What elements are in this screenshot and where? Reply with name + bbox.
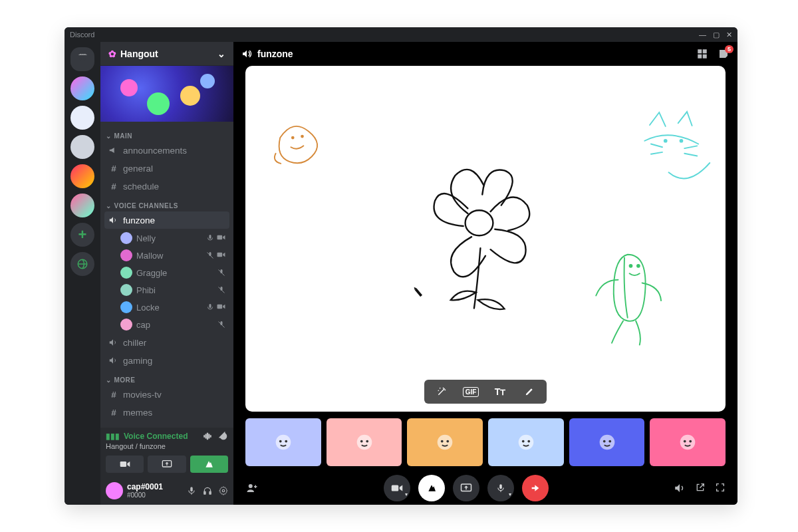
participant-tile[interactable] bbox=[245, 418, 321, 466]
server-header[interactable]: ✿ Hangout ⌄ bbox=[100, 42, 233, 66]
disconnect-icon[interactable] bbox=[219, 432, 228, 441]
invite-icon[interactable] bbox=[245, 482, 259, 494]
mic-toggle[interactable]: ▾ bbox=[487, 475, 514, 501]
inbox-icon[interactable]: 5 bbox=[718, 48, 730, 60]
text-tool-button[interactable]: Tᴛ bbox=[485, 381, 515, 402]
camera-toggle[interactable]: ▾ bbox=[384, 475, 410, 501]
screen-share-button[interactable] bbox=[148, 456, 186, 473]
svg-rect-15 bbox=[209, 434, 209, 438]
user-avatar[interactable] bbox=[106, 482, 123, 499]
noise-suppression-icon[interactable] bbox=[203, 432, 212, 441]
svg-point-40 bbox=[366, 440, 368, 443]
svg-rect-25 bbox=[698, 55, 702, 59]
svg-point-45 bbox=[522, 440, 525, 443]
hash-icon: # bbox=[108, 408, 119, 418]
channel-memes[interactable]: #memes bbox=[104, 404, 229, 421]
volume-icon[interactable] bbox=[674, 482, 686, 494]
participant-tile[interactable] bbox=[569, 418, 645, 466]
svg-point-49 bbox=[608, 440, 611, 443]
svg-rect-17 bbox=[120, 462, 126, 467]
voice-user[interactable]: Nelly bbox=[104, 229, 229, 247]
svg-rect-21 bbox=[209, 491, 211, 494]
server-icon[interactable] bbox=[70, 76, 94, 100]
category-header[interactable]: ⌄VOICE CHANNELS bbox=[100, 196, 233, 211]
mic-icon[interactable] bbox=[187, 486, 196, 495]
svg-point-31 bbox=[630, 265, 632, 267]
speaker-icon bbox=[108, 338, 119, 347]
channel-gaming[interactable]: gaming bbox=[104, 352, 229, 369]
window-controls: — ▢ ✕ bbox=[699, 31, 732, 39]
server-icon[interactable] bbox=[70, 164, 94, 188]
voice-user[interactable]: Mallow bbox=[104, 247, 229, 264]
voice-user[interactable]: Graggle bbox=[104, 264, 229, 281]
camera-button[interactable] bbox=[106, 456, 144, 473]
svg-point-47 bbox=[599, 435, 614, 450]
svg-point-37 bbox=[285, 440, 287, 443]
headphones-icon[interactable] bbox=[203, 486, 212, 495]
channel-chiller[interactable]: chiller bbox=[104, 334, 229, 351]
voice-connected-label: ▮▮▮ Voice Connected bbox=[106, 432, 188, 441]
svg-rect-12 bbox=[204, 436, 205, 437]
voice-user[interactable]: Phibi bbox=[104, 281, 229, 299]
server-icon[interactable] bbox=[70, 135, 94, 159]
channel-funzone[interactable]: funzone bbox=[104, 211, 229, 229]
server-icon[interactable] bbox=[70, 47, 94, 71]
drawing-canvas[interactable]: GIF Tᴛ bbox=[245, 66, 726, 412]
server-icon[interactable] bbox=[70, 106, 94, 130]
grid-view-icon[interactable] bbox=[696, 48, 708, 60]
svg-point-38 bbox=[356, 435, 372, 450]
popout-icon[interactable] bbox=[695, 482, 706, 494]
voice-user[interactable]: cap bbox=[104, 316, 229, 333]
svg-rect-16 bbox=[210, 436, 211, 437]
explore-server-button[interactable] bbox=[70, 252, 94, 276]
svg-point-0 bbox=[80, 59, 82, 61]
svg-point-36 bbox=[279, 440, 282, 443]
magic-wand-button[interactable] bbox=[427, 381, 456, 402]
gif-button[interactable]: GIF bbox=[456, 381, 485, 402]
svg-point-28 bbox=[301, 136, 303, 138]
svg-rect-3 bbox=[209, 235, 211, 239]
channel-movies-tv[interactable]: #movies-tv bbox=[104, 386, 229, 403]
participant-tile[interactable] bbox=[488, 418, 564, 466]
svg-rect-13 bbox=[205, 434, 206, 438]
voice-location: Hangout / funzone bbox=[106, 442, 188, 450]
channel-announcements[interactable]: announcements bbox=[104, 142, 229, 159]
svg-point-27 bbox=[292, 137, 294, 139]
avatar bbox=[120, 267, 132, 279]
call-controls: ▾ ▾ bbox=[233, 471, 737, 505]
svg-rect-34 bbox=[415, 289, 422, 297]
server-icon[interactable] bbox=[70, 194, 94, 217]
activity-launch[interactable] bbox=[418, 475, 445, 501]
participant-tile[interactable] bbox=[650, 418, 726, 466]
screenshare-toggle[interactable] bbox=[453, 475, 479, 501]
pencil-tool-button[interactable] bbox=[515, 381, 544, 402]
maximize-button[interactable]: ▢ bbox=[713, 31, 720, 39]
fullscreen-icon[interactable] bbox=[715, 482, 726, 494]
participant-tile[interactable] bbox=[407, 418, 483, 466]
app-title: Discord bbox=[70, 31, 94, 39]
svg-point-1 bbox=[83, 59, 85, 61]
hash-icon: # bbox=[108, 182, 119, 192]
activity-button[interactable] bbox=[190, 456, 228, 473]
svg-point-42 bbox=[441, 440, 444, 443]
channel-games[interactable]: #games bbox=[104, 422, 229, 428]
channel-general[interactable]: #general bbox=[104, 160, 229, 177]
participant-tile[interactable] bbox=[327, 418, 402, 466]
voice-user[interactable]: Locke bbox=[104, 299, 229, 316]
category-header[interactable]: ⌄MAIN bbox=[100, 126, 233, 141]
category-header[interactable]: ⌄MORE bbox=[100, 370, 233, 385]
minimize-button[interactable]: — bbox=[699, 31, 706, 39]
main-area: funzone 5 bbox=[233, 42, 737, 505]
inbox-badge: 5 bbox=[725, 45, 733, 53]
leave-call[interactable] bbox=[522, 475, 549, 501]
add-server-button[interactable]: + bbox=[70, 223, 94, 247]
close-button[interactable]: ✕ bbox=[726, 31, 732, 39]
svg-point-32 bbox=[637, 265, 640, 267]
chevron-down-icon[interactable]: ⌄ bbox=[217, 49, 225, 59]
gear-icon[interactable] bbox=[219, 486, 228, 495]
server-name: Hangout bbox=[120, 49, 158, 59]
svg-point-52 bbox=[690, 440, 692, 443]
titlebar: Discord — ▢ ✕ bbox=[65, 27, 737, 42]
channel-schedule[interactable]: #schedule bbox=[104, 178, 229, 195]
svg-rect-54 bbox=[392, 485, 399, 491]
